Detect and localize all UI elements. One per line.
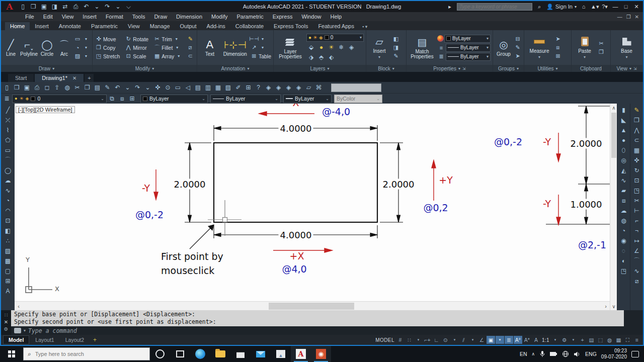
union-icon[interactable]: ◉ — [618, 236, 629, 245]
command-icon[interactable] — [14, 328, 21, 333]
plot-preview-icon[interactable]: ◻ — [42, 83, 52, 92]
search-icon[interactable]: ⌕ — [536, 4, 543, 10]
tab-addins[interactable]: Add-ins — [202, 22, 230, 30]
base-button[interactable]: Base▾ — [616, 36, 638, 60]
break-icon[interactable]: ¬ — [631, 226, 642, 235]
hatch-icon[interactable]: ▨ — [73, 52, 82, 60]
sphere-icon[interactable]: ● — [618, 135, 629, 145]
menu-window[interactable]: Window — [297, 13, 325, 20]
copy-icon[interactable]: ❐ — [95, 44, 103, 51]
offset-icon[interactable]: ⊂ — [186, 52, 194, 60]
caret-icon[interactable]: ▾ — [551, 336, 559, 344]
minimize-button[interactable]: — — [612, 4, 619, 10]
annotation-scale-icon[interactable]: A — [532, 336, 540, 344]
clock[interactable]: 09:23 09-07-2020 — [601, 348, 627, 360]
layer-freeze-icon[interactable]: ❄ — [337, 43, 346, 52]
help-icon[interactable]: ?▾ — [601, 4, 608, 10]
lineweight-control-dropdown[interactable]: ByLayer⌄ — [283, 95, 332, 103]
caret-icon[interactable]: ▾ — [82, 35, 90, 43]
group-select-icon[interactable]: ➤ — [514, 52, 522, 60]
close-button[interactable]: ✕ — [633, 4, 640, 10]
ellipse-icon[interactable]: ◔ — [3, 196, 14, 205]
menu-edit[interactable]: Edit — [39, 13, 57, 20]
layer-bulb-icon[interactable]: ● — [316, 43, 326, 52]
menu-file[interactable]: File — [21, 13, 38, 20]
dim-style-icon[interactable]: ⊢⊣ — [250, 35, 258, 43]
caret-icon[interactable]: ▾ — [259, 44, 267, 51]
chevron-down-icon[interactable]: ▾ — [24, 328, 26, 333]
caret-icon[interactable]: ▾ — [173, 35, 181, 43]
hatch-icon[interactable]: ▨ — [3, 246, 14, 255]
plot-icon[interactable]: ⎙ — [71, 2, 80, 11]
app-menu-button[interactable]: A — [1, 1, 18, 12]
revcloud-icon[interactable]: ☁ — [3, 175, 14, 185]
layer-match-icon[interactable]: ⬘ — [316, 53, 326, 62]
rotate-icon[interactable]: ↻ — [124, 35, 132, 43]
tool-palettes-icon[interactable]: ▦ — [213, 83, 223, 92]
cut-icon[interactable]: ✂ — [72, 83, 82, 92]
units-icon[interactable]: ▤ — [587, 336, 596, 344]
loft-icon[interactable]: ☁ — [618, 206, 629, 215]
object-snap-icon[interactable]: ▣ — [487, 336, 495, 344]
tab-view[interactable]: View — [123, 22, 145, 30]
wrench-icon[interactable]: ⚙ — [4, 326, 9, 332]
revolve-icon[interactable]: ◍ — [618, 216, 629, 225]
vscroll-thumb[interactable] — [611, 113, 616, 158]
properties-palette-icon[interactable]: ▤ — [193, 83, 203, 92]
expand-arrow-icon[interactable]: ▸ — [446, 4, 453, 10]
powerpoint-taskbar-button[interactable]: ◉ — [311, 346, 331, 362]
hscroll-thumb[interactable] — [269, 303, 354, 310]
annotation-visibility-icon[interactable]: A° — [514, 336, 522, 344]
menu-draw[interactable]: Draw — [150, 13, 171, 20]
new-tab-button[interactable]: + — [85, 74, 94, 82]
cone-icon[interactable]: ▲ — [618, 125, 629, 135]
lineweight-display-icon[interactable]: ≣ — [505, 336, 513, 344]
lineweight-icon[interactable]: ≡ — [437, 44, 445, 51]
trim-icon[interactable]: ✂ — [631, 196, 642, 205]
autodesk-icon[interactable]: ▲▾ — [591, 4, 598, 10]
command-input[interactable] — [28, 327, 179, 334]
panel-label-clipboard[interactable]: Clipboard — [572, 65, 610, 72]
stretch-icon[interactable]: ◳ — [631, 186, 642, 195]
ortho-icon[interactable]: ∟ — [432, 336, 441, 344]
layer-lock-icon[interactable]: ◈ — [347, 43, 356, 52]
linetype-dropdown[interactable]: ByLayer▾ — [446, 53, 491, 61]
graphics-performance-icon[interactable]: ▦ — [614, 336, 623, 344]
camera-icon[interactable]: ⌘ — [314, 83, 324, 92]
fillet-icon[interactable]: ⌒ — [631, 256, 642, 265]
quickcalc-icon[interactable]: ⊞ — [554, 52, 562, 60]
color-control-dropdown[interactable]: ByLayer⌄ — [140, 95, 208, 103]
autocad-taskbar-button[interactable]: A — [291, 346, 311, 362]
circle-button[interactable]: ◯Circle — [39, 39, 55, 57]
view-cube-icon[interactable]: ◈ — [284, 83, 293, 92]
caret-icon[interactable]: ⌄ — [143, 83, 152, 92]
save-as-icon[interactable]: ◨ — [50, 2, 59, 11]
quick-properties-icon[interactable]: ⬚ — [596, 336, 605, 344]
ribbon-options-icon[interactable]: ▪ ▾ — [362, 24, 367, 30]
caret-icon[interactable]: ▾ — [496, 336, 504, 344]
drawing-canvas[interactable]: [-][Top][2D Wireframe] 4.0000 4.0000 2.0… — [15, 104, 610, 301]
layer-properties-icon[interactable]: ≣ — [2, 94, 12, 103]
join-icon[interactable]: ↦ — [631, 236, 642, 245]
grid-icon[interactable]: # — [396, 336, 405, 344]
ungroup-icon[interactable]: ⊟ — [514, 35, 522, 43]
line-icon[interactable]: ╱ — [3, 105, 14, 115]
make-current-icon[interactable]: ⬗ — [306, 53, 316, 62]
isolate-objects-icon[interactable]: ◍ — [605, 336, 614, 344]
wedge-icon[interactable]: ◣ — [618, 115, 629, 125]
pan-icon[interactable]: ✜ — [153, 83, 163, 92]
ellipse-arc-icon[interactable]: ◠ — [3, 206, 14, 215]
microphone-icon[interactable] — [539, 350, 545, 357]
new-file-icon[interactable]: ▯ — [2, 83, 12, 92]
explode-icon[interactable]: ⧄ — [186, 44, 194, 51]
tab-insert[interactable]: Insert — [30, 22, 54, 30]
command-history[interactable]: Specify base point or [Displacement] <Di… — [11, 310, 624, 326]
subtract-icon[interactable]: ◌ — [618, 246, 629, 255]
cut-icon[interactable]: ✂ — [597, 40, 605, 47]
network-globe-icon[interactable] — [562, 350, 569, 357]
redo-icon[interactable]: ↷ — [133, 83, 142, 92]
tab-model[interactable]: Model — [3, 335, 29, 344]
ellipse-icon[interactable]: ◔ — [73, 44, 82, 51]
redo-icon[interactable]: ↷ — [103, 2, 112, 11]
tab-express-tools[interactable]: Express Tools — [269, 22, 313, 30]
